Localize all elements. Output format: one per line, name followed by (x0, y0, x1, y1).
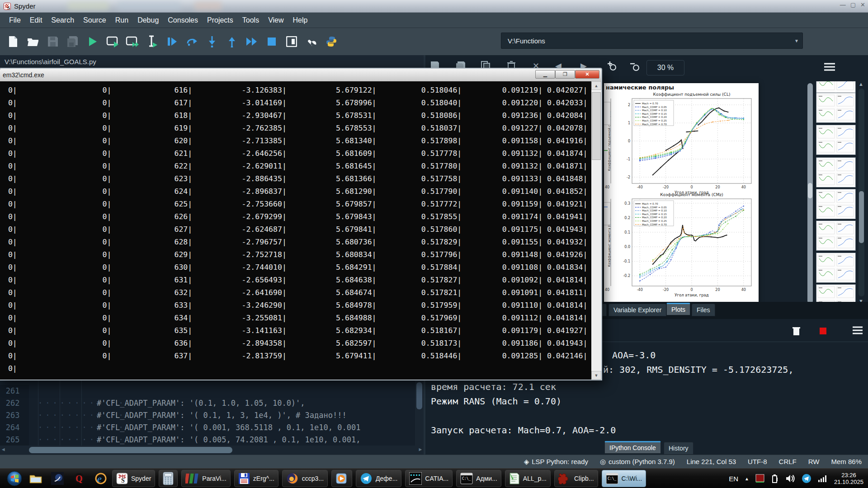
tab-hidden-partial[interactable] (602, 304, 607, 316)
save-button[interactable] (46, 35, 60, 48)
show-hidden-icons-icon[interactable]: ▲ (745, 476, 749, 481)
plot-thumbnail[interactable] (816, 253, 856, 283)
step-out-button[interactable] (225, 35, 239, 48)
console-options-menu-icon[interactable] (852, 326, 863, 334)
run-selection-button[interactable] (146, 35, 159, 48)
menu-tools[interactable]: Tools (238, 14, 264, 26)
plot-thumbnail[interactable] (816, 93, 856, 123)
tab-ipython-console[interactable]: IPython Console (604, 441, 661, 454)
plot-thumbnail[interactable] (816, 125, 856, 155)
remove-variables-trash-icon[interactable] (793, 326, 801, 336)
debug-button[interactable] (165, 35, 179, 48)
plot-thumbnail[interactable] (816, 189, 856, 219)
taskbar-button-paraview[interactable]: ParaVi... (181, 470, 230, 487)
cmd-window[interactable]: em32\cmd.exe ▁ ❐ ✕ 0| 0| 616| -3.126383|… (0, 68, 602, 380)
editor-line[interactable]: 261 (0, 385, 424, 397)
zoom-in-icon[interactable] (607, 61, 618, 72)
plot-thumbnail[interactable] (816, 221, 856, 251)
taskbar-button-clipb[interactable]: Clipb... (554, 470, 598, 487)
taskbar-button-cmdicon[interactable]: C:\_C:\Wi... (602, 470, 646, 487)
zoom-out-icon[interactable] (629, 61, 640, 72)
language-indicator[interactable]: EN (729, 475, 738, 483)
menu-debug[interactable]: Debug (133, 14, 163, 26)
tab-files[interactable]: Files (692, 304, 715, 316)
new-file-button[interactable] (6, 35, 20, 48)
scroll-left-icon[interactable]: ◀ (2, 446, 5, 452)
menu-source[interactable]: Source (79, 14, 111, 26)
recorder-tray-icon[interactable] (755, 474, 764, 483)
taskbar-button-cmdicon[interactable]: C:\_Адми... (456, 470, 501, 487)
minimize-window-icon[interactable]: — (840, 1, 846, 8)
plot-thumbnails-list[interactable] (816, 81, 856, 304)
tab-history[interactable]: History (664, 442, 693, 455)
open-file-button[interactable] (26, 35, 40, 48)
thumbnails-scrollbar[interactable]: ▲ ▼ (858, 81, 865, 304)
taskbar-ie-icon[interactable]: e (93, 471, 108, 486)
network-tray-icon[interactable] (818, 474, 828, 483)
telegram-tray-icon[interactable] (802, 474, 811, 483)
cmd-titlebar[interactable]: em32\cmd.exe ▁ ❐ ✕ (0, 69, 601, 81)
volume-tray-icon[interactable] (785, 474, 795, 483)
python-path-manager-icon[interactable] (325, 35, 338, 48)
save-all-button[interactable] (66, 35, 80, 48)
cmd-scrollbar[interactable]: ▲ ▼ (591, 81, 601, 380)
taskbar-button-catia[interactable]: CATIA... (405, 470, 453, 487)
scroll-right-icon[interactable]: ▶ (419, 446, 422, 452)
menu-view[interactable]: View (264, 14, 288, 26)
start-button[interactable] (6, 471, 22, 486)
cmd-output[interactable]: 0| 0| 616| -3.126383| 5.679122| 0.518046… (0, 81, 601, 380)
working-directory-input[interactable]: V:\Functions ▼ (501, 33, 803, 49)
maximize-window-icon[interactable]: ▢ (850, 1, 856, 8)
taskbar-button-calc[interactable] (159, 470, 178, 487)
interpreter-status[interactable]: custom (Python 3.7.9) (609, 458, 675, 465)
plot-thumbnail[interactable] (816, 284, 856, 304)
chevron-down-icon[interactable]: ▼ (794, 38, 799, 43)
plot-thumbnail[interactable] (816, 157, 856, 188)
editor-line[interactable]: 262 ············#'CFL_ADAPT_PARAM': '(0.… (0, 397, 424, 409)
menu-run[interactable]: Run (111, 14, 133, 26)
stop-button[interactable] (265, 35, 278, 48)
menu-file[interactable]: File (5, 14, 25, 26)
run-cell-advance-button[interactable] (126, 35, 139, 48)
taskbar-clock[interactable]: 23:26 21.10.2025 (834, 472, 863, 485)
step-into-button[interactable] (205, 35, 219, 48)
taskbar-button-wmp[interactable] (331, 470, 352, 487)
plots-scrollbar[interactable] (807, 83, 813, 304)
plots-options-menu-icon[interactable] (824, 62, 835, 71)
scroll-down-icon[interactable]: ▼ (591, 371, 601, 380)
plot-figure[interactable]: намические поляры-40-2002040210-1-2Коэфф… (604, 83, 759, 304)
scroll-up-icon[interactable]: ▲ (591, 81, 601, 90)
taskbar-explorer-icon[interactable] (28, 471, 43, 486)
run-button[interactable] (86, 35, 99, 48)
scroll-up-icon[interactable]: ▲ (859, 81, 863, 87)
taskbar-dassault-icon[interactable] (50, 471, 65, 486)
taskbar-button-notepad[interactable]: ALL_p... (505, 470, 551, 487)
plot-zoom-level[interactable]: 30 % (646, 60, 684, 75)
cmd-close-button[interactable]: ✕ (575, 70, 599, 79)
taskbar-button-floppy[interactable]: zErg^... (234, 470, 278, 487)
menu-edit[interactable]: Edit (25, 14, 47, 26)
cmd-minimize-button[interactable]: ▁ (535, 70, 555, 79)
editor-line[interactable]: 265 ············#'CFL_ADAPT_PARAM': '( 0… (0, 434, 424, 446)
editor-line[interactable]: 263 ············#'CFL_ADAPT_PARAM': '( 0… (0, 409, 424, 422)
step-over-button[interactable] (185, 35, 199, 48)
continue-execution-button[interactable] (245, 35, 259, 48)
editor-horizontal-scrollbar[interactable]: ◀ ▶ (0, 446, 424, 455)
power-tray-icon[interactable] (771, 474, 779, 483)
tab-plots[interactable]: Plots (666, 303, 690, 315)
tab-variable-explorer[interactable]: Variable Explorer (609, 304, 666, 316)
maximize-pane-button[interactable] (285, 35, 298, 48)
taskbar-button-firefox[interactable]: cccp3... (282, 470, 328, 487)
taskbar-qip-icon[interactable]: Q (71, 471, 87, 486)
editor-vertical-scrollbar[interactable] (415, 380, 424, 446)
menu-projects[interactable]: Projects (203, 14, 238, 26)
taskbar-button-telegram[interactable]: Дефе... (356, 470, 401, 487)
cmd-maximize-button[interactable]: ❐ (555, 70, 575, 79)
run-cell-button[interactable] (106, 35, 119, 48)
editor-pane[interactable]: 261 262 ············#'CFL_ADAPT_PARAM': … (0, 380, 424, 455)
menu-consoles[interactable]: Consoles (163, 14, 203, 26)
menu-help[interactable]: Help (288, 14, 312, 26)
menu-search[interactable]: Search (47, 14, 79, 26)
editor-line[interactable]: 264 ············#'CFL_ADAPT_PARAM': '( 0… (0, 422, 424, 434)
close-window-icon[interactable]: ✕ (860, 1, 865, 8)
